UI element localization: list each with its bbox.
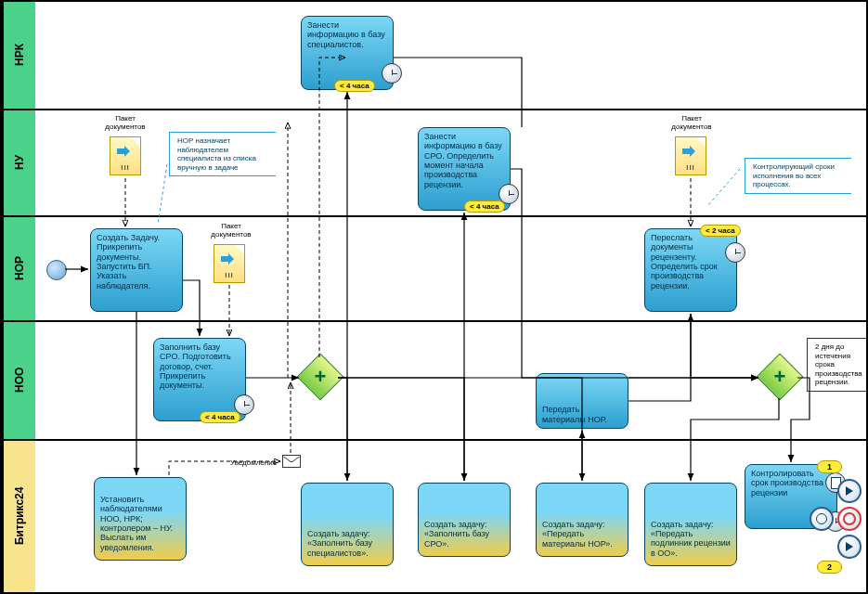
task-b24-spec[interactable]: Создать задачу: «Заполнить базу специали… [301,483,394,566]
link-1: 1 [817,460,842,473]
end-event-arrow [837,479,862,503]
task-noo-send[interactable]: Передать материалы НОР. [536,373,628,429]
divider [2,215,866,217]
plus-icon: + [304,361,336,393]
annotation-hop: НОР назначает наблюдателем специалиста и… [169,132,276,176]
time-badge-4h: < 4 часа [200,411,240,423]
data-object-docs: III [214,244,245,283]
time-badge-2h: < 2 часа [700,225,741,237]
start-event [46,260,67,280]
collection-icon: III [225,271,234,279]
task-label: Передать материалы НОР. [542,405,622,424]
task-b24-sro[interactable]: Создать задачу: «Заполнить базу СРО». [418,483,511,557]
lane-bitrix24: Битрикс24 [2,439,35,592]
task-label: Занести информацию в базу специалистов. [307,20,387,49]
arrow-icon [682,147,695,156]
parallel-gateway: + [297,354,344,401]
task-label: Занести информацию в базу СРО. Определит… [424,132,504,189]
annotation-text: 2 дня до истечения срока производства ре… [815,342,862,386]
data-object-docs: III [110,136,141,175]
lane-nor: НОР [2,215,35,320]
bpmn-diagram: НРК НУ НОР НОО Битрикс24 Занести информа… [0,0,868,594]
task-label: Создать задачу: «Передать подлинник реце… [651,520,731,558]
divider [2,109,866,110]
lane-nrk: НРК [2,2,35,109]
task-b24-observers[interactable]: Установить наблюдателями НОО, НРК; контр… [94,477,187,561]
task-label: Установить наблюдателями НОО, НРК; контр… [100,495,180,552]
task-label: Контролировать срок производства рецензи… [751,469,831,497]
svg-line-8 [707,169,740,206]
task-label: Создать задачу: «Заполнить базу специали… [307,529,387,558]
lane-noo: НОО [2,320,35,439]
task-label: Создать задачу: «Заполнить базу СРО». [424,520,504,549]
time-badge-4h: < 4 часа [334,80,375,92]
arrow-icon [117,147,130,156]
annotation-text: Контролирующий сроки исполнения во всех … [753,162,835,188]
annotation-text: НОР назначает наблюдателем специалиста и… [177,136,256,172]
task-nrk-enter-specialists[interactable]: Занести информацию в базу специалистов. [301,16,394,90]
task-nor-create[interactable]: Создать Задачу. Прикрепить документы. За… [90,228,183,312]
envelope-icon [282,455,301,468]
timer-icon [725,242,745,263]
intermediate-timer [810,507,834,531]
plus-icon: + [764,361,796,393]
task-label: Заполнить базу CPO. Подготовить договор,… [160,342,240,391]
task-label: Создать задачу: «Передать материалы НОР»… [542,520,622,549]
label-notify: Уведомление [230,458,277,467]
timer-icon [382,63,402,84]
arrow-icon [221,254,234,264]
data-object-label: Пакет документов [102,115,149,132]
end-event-error [837,507,862,531]
data-object-label: Пакет документов [668,115,715,132]
divider [2,439,866,441]
task-label: Создать Задачу. Прикрепить документы. За… [97,233,176,291]
annotation-deadline: 2 дня до истечения срока производства ре… [807,338,868,392]
task-b24-materials[interactable]: Создать задачу: «Передать материалы НОР»… [536,483,628,557]
data-object-docs: III [675,136,706,175]
end-event-arrow [837,535,862,559]
annotation-controller: Контролирующий сроки исполнения во всех … [745,158,851,194]
lane-nu: НУ [2,109,35,215]
collection-icon: III [686,163,695,172]
divider [2,320,866,322]
task-noo-fill[interactable]: Заполнить базу CPO. Подготовить договор,… [153,338,246,421]
time-badge-4h: < 4 часа [464,200,505,213]
data-object-label: Пакет документов [208,223,254,239]
parallel-gateway: + [757,354,804,401]
task-nu-enter-sro[interactable]: Занести информацию в базу СРО. Определит… [418,127,511,211]
task-b24-original[interactable]: Создать задачу: «Передать подлинник реце… [644,483,737,566]
link-2: 2 [817,561,842,574]
task-label: Переслать документы рецензенту. Определи… [651,233,731,291]
collection-icon: III [121,163,130,172]
task-nor-forward[interactable]: Переслать документы рецензенту. Определи… [644,228,737,312]
